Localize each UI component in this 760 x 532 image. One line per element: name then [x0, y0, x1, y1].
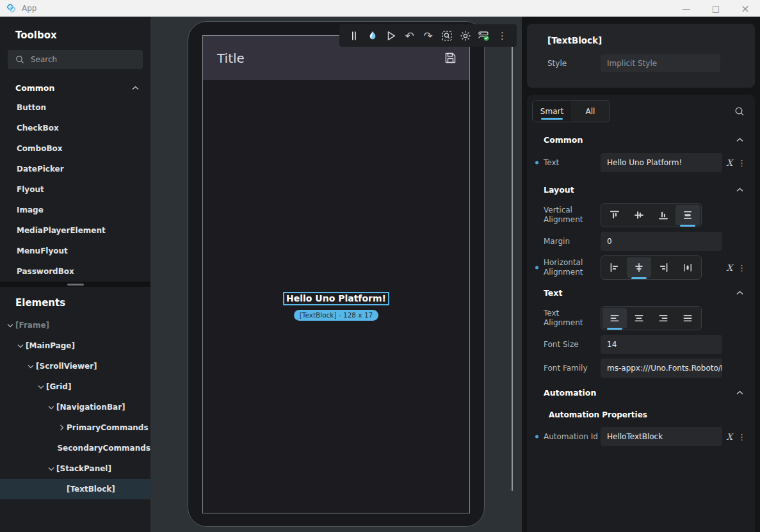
- chevron-down-icon[interactable]: [46, 463, 56, 474]
- tab-all[interactable]: All: [571, 101, 610, 122]
- hot-reload-flame-icon[interactable]: [363, 26, 382, 45]
- property-inspector: [TextBlock] Style Implicit Style SmartAl…: [522, 17, 760, 532]
- halign-stretch-icon: [682, 262, 693, 273]
- halign-right-button[interactable]: [651, 257, 675, 278]
- connection-ok-icon[interactable]: [474, 26, 493, 45]
- text-align-left-button[interactable]: [602, 308, 627, 328]
- toolbox-item-datepicker[interactable]: DatePicker: [0, 159, 150, 179]
- halign-center-button[interactable]: [627, 257, 651, 278]
- device-frame: Title Hello Uno Platform! [TextBlock] - …: [188, 21, 485, 527]
- toolbox-item-checkbox[interactable]: CheckBox: [0, 118, 150, 138]
- nav-title: Title: [217, 51, 245, 66]
- vertical-alignment-label: Vertical Alignment: [544, 206, 588, 225]
- toolbox-item-menuflyout[interactable]: MenuFlyout: [0, 241, 150, 261]
- property-options-icon[interactable]: ⋮: [738, 158, 746, 168]
- halign-left-button[interactable]: [602, 257, 627, 278]
- design-canvas[interactable]: Title Hello Uno Platform! [TextBlock] - …: [150, 17, 522, 532]
- margin-label: Margin: [544, 237, 601, 246]
- text-align-right-icon: [658, 312, 669, 324]
- section-layout[interactable]: Layout: [527, 181, 755, 198]
- tree-item-scrollviewer[interactable]: [ScrollViewer]: [0, 356, 150, 376]
- toolbox-item-flyout[interactable]: Flyout: [0, 179, 150, 200]
- tree-item-label: [StackPanel]: [56, 464, 111, 473]
- toolbox-search-placeholder: Search: [31, 55, 57, 64]
- hello-textblock[interactable]: Hello Uno Platform!: [283, 292, 389, 305]
- style-label: Style: [547, 59, 601, 69]
- redo-icon[interactable]: ↷: [419, 26, 437, 45]
- tree-item-primarycommands[interactable]: PrimaryCommands: [0, 417, 150, 438]
- undo-icon[interactable]: ↶: [400, 26, 419, 45]
- window-titlebar: App — □ ×: [0, 0, 760, 17]
- font-size-input[interactable]: 14: [601, 335, 722, 354]
- design-toolbar: ↶↷⋮: [339, 24, 517, 47]
- toolbox-item-combobox[interactable]: ComboBox: [0, 138, 150, 159]
- text-alignment-group: [601, 306, 702, 330]
- device-screen[interactable]: Title Hello Uno Platform! [TextBlock] - …: [202, 35, 470, 513]
- tree-item-label: [MainPage]: [26, 341, 75, 350]
- margin-input[interactable]: 0: [601, 232, 722, 251]
- chevron-down-icon[interactable]: [36, 382, 46, 392]
- chevron-down-icon[interactable]: [5, 320, 15, 330]
- section-common[interactable]: Common: [527, 131, 755, 149]
- theme-brightness-icon[interactable]: [456, 26, 474, 45]
- tree-item-secondarycommands[interactable]: SecondaryCommands: [0, 438, 150, 458]
- style-input[interactable]: Implicit Style: [601, 54, 720, 72]
- tree-item-navigationbar[interactable]: [NavigationBar]: [0, 397, 150, 417]
- markup-extension-icon[interactable]: X: [726, 431, 732, 442]
- section-automation[interactable]: Automation: [527, 383, 755, 401]
- chevron-up-icon: [736, 291, 743, 295]
- more-options-icon[interactable]: ⋮: [493, 26, 512, 45]
- tree-item-stackpanel[interactable]: [StackPanel]: [0, 458, 150, 479]
- elements-tree: [Frame][MainPage][ScrollViewer][Grid][Na…: [0, 315, 150, 499]
- left-sidebar: Toolbox Search Common ButtonCheckBoxComb…: [0, 17, 150, 532]
- tree-item-mainpage[interactable]: [MainPage]: [0, 335, 150, 356]
- tree-item-label: [NavigationBar]: [56, 403, 125, 412]
- inspect-element-icon[interactable]: [437, 26, 456, 45]
- panel-splitter[interactable]: [0, 282, 150, 287]
- automation-id-label: Automation Id: [544, 432, 601, 442]
- drag-handle-icon[interactable]: [344, 26, 363, 45]
- text-align-right-button[interactable]: [651, 308, 675, 328]
- toolbox-item-image[interactable]: Image: [0, 200, 150, 220]
- properties-search-icon[interactable]: [734, 106, 745, 117]
- property-options-icon[interactable]: ⋮: [738, 432, 746, 442]
- valign-bottom-button[interactable]: [651, 205, 675, 225]
- section-common-label: Common: [544, 135, 583, 145]
- valign-center-button[interactable]: [627, 205, 651, 225]
- toolbox-item-mediaplayerelement[interactable]: MediaPlayerElement: [0, 220, 150, 241]
- markup-extension-icon[interactable]: X: [726, 157, 732, 168]
- text-align-justify-button[interactable]: [675, 308, 700, 328]
- tab-smart[interactable]: Smart: [533, 101, 571, 122]
- text-property-input[interactable]: Hello Uno Platform!: [601, 153, 722, 172]
- tree-item-textblock[interactable]: [TextBlock]: [0, 479, 150, 499]
- chevron-right-icon[interactable]: [56, 423, 67, 433]
- valign-top-button[interactable]: [602, 205, 627, 225]
- tree-item-label: [TextBlock]: [67, 485, 115, 494]
- section-automation-label: Automation: [544, 388, 596, 398]
- automation-id-input[interactable]: HelloTextBlock: [601, 427, 722, 446]
- tree-item-label: SecondaryCommands: [57, 444, 150, 453]
- property-options-icon[interactable]: ⋮: [738, 263, 746, 273]
- close-button[interactable]: ×: [731, 0, 760, 17]
- save-icon[interactable]: [444, 52, 457, 64]
- section-text[interactable]: Text: [527, 284, 755, 302]
- canvas-scrollbar[interactable]: [512, 35, 513, 491]
- tree-item-frame[interactable]: [Frame]: [0, 315, 150, 335]
- chevron-down-icon[interactable]: [46, 402, 56, 412]
- play-icon[interactable]: [382, 26, 400, 45]
- halign-stretch-button[interactable]: [675, 257, 700, 278]
- text-align-center-button[interactable]: [627, 308, 651, 328]
- toolbox-search-input[interactable]: Search: [8, 50, 143, 69]
- maximize-button[interactable]: □: [701, 0, 731, 17]
- toolbox-item-passwordbox[interactable]: PasswordBox: [0, 261, 150, 282]
- markup-extension-icon[interactable]: X: [726, 262, 732, 273]
- toolbox-item-button[interactable]: Button: [0, 97, 150, 118]
- chevron-down-icon[interactable]: [15, 341, 26, 351]
- valign-stretch-button[interactable]: [675, 205, 700, 225]
- selected-element-overlay[interactable]: Hello Uno Platform! [TextBlock] - 128 x …: [283, 292, 389, 321]
- tree-item-grid[interactable]: [Grid]: [0, 376, 150, 397]
- toolbox-section-common[interactable]: Common: [0, 78, 150, 97]
- font-family-input[interactable]: ms-appx:///Uno.Fonts.Roboto/Font: [601, 359, 722, 378]
- minimize-button[interactable]: —: [672, 0, 701, 17]
- chevron-down-icon[interactable]: [26, 361, 36, 371]
